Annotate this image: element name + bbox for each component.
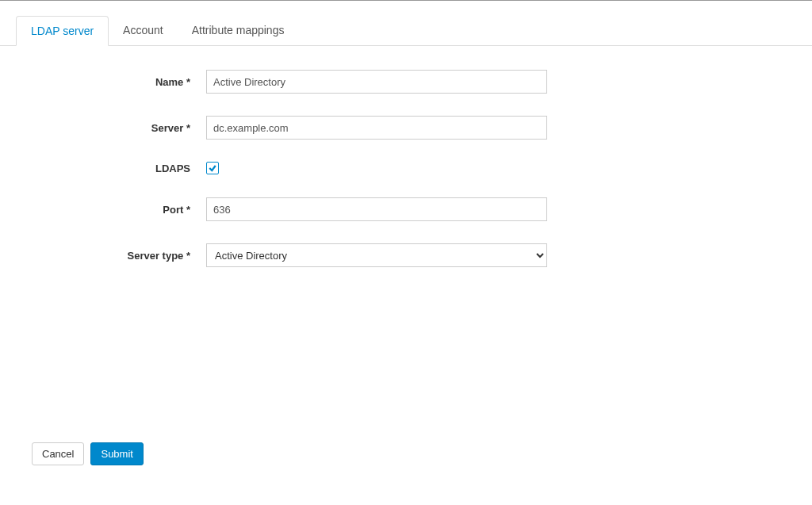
check-icon (208, 163, 217, 173)
button-bar: Cancel Submit (32, 442, 144, 465)
server-type-label: Server type * (16, 250, 206, 262)
tab-attribute-mappings[interactable]: Attribute mappings (178, 16, 299, 46)
name-input[interactable] (206, 70, 547, 94)
port-input[interactable] (206, 197, 547, 221)
cancel-button[interactable]: Cancel (32, 442, 84, 465)
name-label: Name * (16, 76, 206, 88)
tab-account[interactable]: Account (109, 16, 178, 46)
form-panel: Name * Server * LDAPS Port * Server type… (0, 46, 812, 305)
tab-bar: LDAP server Account Attribute mappings (0, 1, 812, 46)
submit-button[interactable]: Submit (90, 442, 143, 465)
tab-ldap-server[interactable]: LDAP server (16, 16, 109, 46)
server-type-select[interactable]: Active Directory (206, 243, 547, 267)
ldaps-checkbox[interactable] (206, 162, 219, 174)
server-input[interactable] (206, 116, 547, 140)
ldaps-label: LDAPS (16, 163, 206, 174)
server-label: Server * (16, 122, 206, 134)
port-label: Port * (16, 204, 206, 216)
